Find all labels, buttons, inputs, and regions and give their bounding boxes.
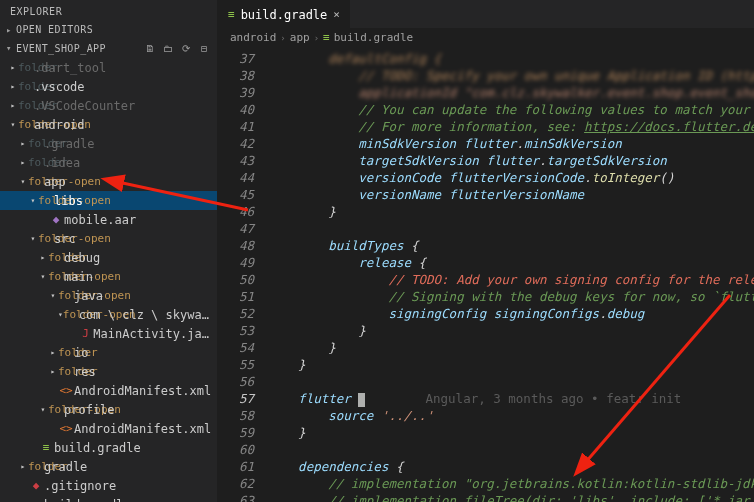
line-number: 54	[218, 339, 254, 356]
code-line[interactable]: versionCode flutterVersionCode.toInteger…	[268, 169, 754, 186]
tree-item-label: AndroidManifest.xml	[74, 422, 211, 436]
gradle-icon: ≡	[323, 31, 330, 44]
file-icon: folder	[28, 460, 44, 473]
line-number: 47	[218, 220, 254, 237]
tree-item[interactable]: ▸foldergradle	[0, 457, 217, 476]
close-icon[interactable]: ×	[333, 8, 340, 21]
breadcrumb-item[interactable]: build.gradle	[334, 31, 413, 44]
file-icon: folder-open	[38, 232, 54, 245]
chevron-icon: ▾	[28, 234, 38, 243]
file-icon: folder	[18, 61, 34, 74]
code-line[interactable]: }	[268, 339, 754, 356]
code-line[interactable]: // TODO: Add your own signing config for…	[268, 271, 754, 288]
tree-item[interactable]: ▾folder-opencom \ clz \ skywalker \ even…	[0, 305, 217, 324]
file-icon: folder	[18, 99, 34, 112]
code-line[interactable]: flutter Angular, 3 months ago • feat: in…	[268, 390, 754, 407]
code-line[interactable]: targetSdkVersion flutter.targetSdkVersio…	[268, 152, 754, 169]
new-folder-icon[interactable]: 🗀	[161, 41, 175, 55]
tree-item[interactable]: ▸folder.vscode	[0, 77, 217, 96]
chevron-icon: ▾	[48, 291, 58, 300]
chevron-icon: ▸	[38, 253, 48, 262]
code-area[interactable]: 3738394041424344454647484950515253545556…	[218, 48, 754, 502]
chevron-icon: ▸	[48, 367, 58, 376]
tree-item[interactable]: ▸folderio	[0, 343, 217, 362]
tree-item[interactable]: ▸folder.gradle	[0, 134, 217, 153]
explorer-actions: 🗎 🗀 ⟳ ⊟	[143, 41, 211, 55]
code-line[interactable]: applicationId "com.clz.skywalker.event.s…	[268, 84, 754, 101]
tab-build-gradle[interactable]: ≡ build.gradle ×	[218, 0, 350, 28]
tree-item[interactable]: ▾folder-openmain	[0, 267, 217, 286]
tree-item[interactable]: ▾folder-openjava	[0, 286, 217, 305]
code-content[interactable]: defaultConfig { // TODO: Specify your ow…	[264, 48, 754, 502]
code-line[interactable]: buildTypes {	[268, 237, 754, 254]
code-line[interactable]: dependencies {	[268, 458, 754, 475]
code-line[interactable]	[268, 441, 754, 458]
code-line[interactable]	[268, 373, 754, 390]
chevron-icon: ▾	[18, 177, 28, 186]
file-icon: folder	[28, 137, 44, 150]
breadcrumb-item[interactable]: app	[290, 31, 310, 44]
tree-item[interactable]: ▸folder.VSCodeCounter	[0, 96, 217, 115]
tree-item-label: app	[44, 175, 66, 189]
line-number: 53	[218, 322, 254, 339]
code-line[interactable]: signingConfig signingConfigs.debug	[268, 305, 754, 322]
code-line[interactable]: minSdkVersion flutter.minSdkVersion	[268, 135, 754, 152]
code-line[interactable]: source '../..'	[268, 407, 754, 424]
code-line[interactable]: // Signing with the debug keys for now, …	[268, 288, 754, 305]
chevron-icon: ▸	[18, 158, 28, 167]
code-line[interactable]: }	[268, 356, 754, 373]
file-tree[interactable]: ▸folder.dart_tool▸folder.vscode▸folder.V…	[0, 58, 217, 502]
tree-item[interactable]: ▾folder-openprofile	[0, 400, 217, 419]
tree-item[interactable]: JMainActivity.java	[0, 324, 217, 343]
project-section[interactable]: ▾ EVENT_SHOP_APP 🗎 🗀 ⟳ ⊟	[0, 38, 217, 58]
tree-item-label: res	[74, 365, 96, 379]
tree-item[interactable]: ▾folder-opensrc	[0, 229, 217, 248]
tree-item-label: mobile.aar	[64, 213, 136, 227]
code-line[interactable]: release {	[268, 254, 754, 271]
tree-item[interactable]: ▾folder-openandroid	[0, 115, 217, 134]
open-editors-section[interactable]: ▸ OPEN EDITORS	[0, 21, 217, 38]
tree-item[interactable]: ▸folder.idea	[0, 153, 217, 172]
tree-item[interactable]: ▾folder-openlibs	[0, 191, 217, 210]
open-editors-label: OPEN EDITORS	[16, 24, 211, 35]
tree-item[interactable]: ≡build.gradle	[0, 438, 217, 457]
line-number: 62	[218, 475, 254, 492]
chevron-right-icon: ›	[314, 33, 319, 43]
tree-item-label: libs	[54, 194, 83, 208]
code-line[interactable]: defaultConfig {	[268, 50, 754, 67]
tree-item[interactable]: ◆.gitignore	[0, 476, 217, 495]
code-line[interactable]	[268, 220, 754, 237]
collapse-icon[interactable]: ⊟	[197, 41, 211, 55]
line-number: 56	[218, 373, 254, 390]
code-line[interactable]: }	[268, 203, 754, 220]
breadcrumb-item[interactable]: android	[230, 31, 276, 44]
code-line[interactable]: // implementation "org.jetbrains.kotlin:…	[268, 475, 754, 492]
tree-item[interactable]: <>AndroidManifest.xml	[0, 381, 217, 400]
code-line[interactable]: }	[268, 322, 754, 339]
tree-item[interactable]: ▸folderdebug	[0, 248, 217, 267]
code-line[interactable]: // You can update the following values t…	[268, 101, 754, 118]
tree-item[interactable]: ▸folder.dart_tool	[0, 58, 217, 77]
line-number: 57	[218, 390, 254, 407]
new-file-icon[interactable]: 🗎	[143, 41, 157, 55]
code-line[interactable]: versionName flutterVersionName	[268, 186, 754, 203]
tree-item[interactable]: ▸folderres	[0, 362, 217, 381]
tree-item[interactable]: ◆mobile.aar	[0, 210, 217, 229]
tree-item[interactable]: ≡build.gradle	[0, 495, 217, 502]
tree-item[interactable]: <>AndroidManifest.xml	[0, 419, 217, 438]
tree-item-label: .gradle	[44, 137, 95, 151]
chevron-icon: ▸	[18, 462, 28, 471]
editor-tabs: ≡ build.gradle ×	[218, 0, 754, 28]
tree-item-label: gradle	[44, 460, 87, 474]
chevron-icon: ▸	[8, 101, 18, 110]
refresh-icon[interactable]: ⟳	[179, 41, 193, 55]
file-icon: <>	[58, 384, 74, 397]
code-line[interactable]: }	[268, 424, 754, 441]
file-icon: folder-open	[18, 118, 34, 131]
code-line[interactable]: // implementation fileTree(dir: 'libs', …	[268, 492, 754, 502]
line-number: 55	[218, 356, 254, 373]
code-line[interactable]: // TODO: Specify your own unique Applica…	[268, 67, 754, 84]
tree-item[interactable]: ▾folder-openapp	[0, 172, 217, 191]
code-line[interactable]: // For more information, see: https://do…	[268, 118, 754, 135]
breadcrumb[interactable]: android › app › ≡ build.gradle	[218, 28, 754, 48]
